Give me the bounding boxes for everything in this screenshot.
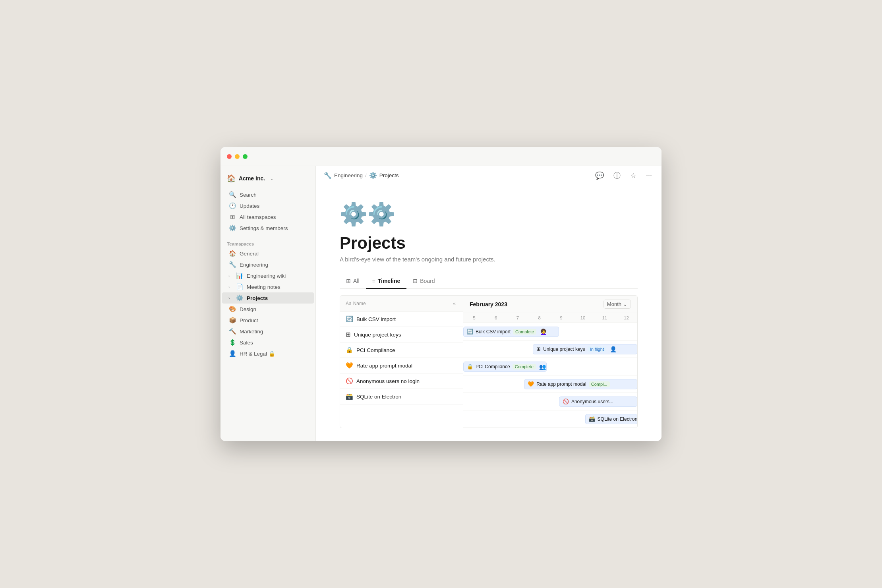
- sidebar-item-projects[interactable]: › ⚙️ Projects: [222, 292, 314, 304]
- timeline-month-year: February 2023: [470, 301, 507, 308]
- gear-icon: ⚙️: [228, 224, 236, 232]
- hammer-icon: 🔨: [228, 328, 236, 335]
- sidebar-item-label: Product: [240, 317, 258, 323]
- breadcrumb-separator: /: [365, 172, 367, 178]
- favorite-button[interactable]: ☆: [629, 170, 638, 182]
- titlebar: [220, 147, 662, 166]
- more-button[interactable]: ···: [644, 170, 654, 181]
- app-window: 🏠 Acme Inc. ⌄ 🔍 Search 🕐 Updates ⊞ All t…: [220, 147, 662, 441]
- chevron-right-icon: ›: [228, 285, 234, 289]
- sidebar-item-general[interactable]: 🏠 General: [222, 248, 314, 259]
- name-column-label: Name: [353, 301, 366, 306]
- sidebar-item-label: Engineering wiki: [247, 273, 286, 279]
- timeline-dates: 5 6 7 8 9 10 11 12: [463, 313, 637, 323]
- sidebar-item-design[interactable]: 🎨 Design: [222, 304, 314, 315]
- table-row[interactable]: 🗃️ SQLite on Electron: [340, 389, 463, 404]
- workspace-name: Acme Inc.: [239, 175, 265, 182]
- tab-board[interactable]: ⊟ Board: [406, 274, 441, 289]
- bar-label: Bulk CSV import: [476, 329, 511, 335]
- page-emoji: ⚙️⚙️: [340, 201, 638, 227]
- sidebar-item-eng-wiki[interactable]: › 📊 Engineering wiki: [222, 270, 314, 281]
- row-label: PCI Compliance: [356, 347, 395, 353]
- sidebar-item-hr-legal[interactable]: 👤 HR & Legal 🔒: [222, 348, 314, 359]
- sidebar-item-settings[interactable]: ⚙️ Settings & members: [222, 222, 314, 234]
- grid-icon: ⊞: [228, 213, 236, 220]
- table-icon: 📊: [236, 272, 244, 279]
- bar-label: Rate app prompt modal: [536, 381, 586, 387]
- bar-label: SQLite on Electron: [598, 416, 637, 422]
- table-row[interactable]: ⊞ Unique project keys: [340, 327, 463, 342]
- month-selector[interactable]: Month ⌄: [603, 300, 631, 309]
- bar-icon: ⊞: [536, 346, 541, 352]
- timeline-row[interactable]: 🗃️SQLite on ElectronPl...: [463, 410, 637, 428]
- sidebar-item-product[interactable]: 📦 Product: [222, 315, 314, 326]
- maximize-button[interactable]: [243, 154, 248, 159]
- close-button[interactable]: [227, 154, 232, 159]
- table-row[interactable]: 🔄 Bulk CSV import: [340, 311, 463, 327]
- sidebar-item-search[interactable]: 🔍 Search: [222, 189, 314, 200]
- sidebar-item-sales[interactable]: 💲 Sales: [222, 337, 314, 348]
- info-button[interactable]: ⓘ: [612, 169, 622, 182]
- month-label: Month: [607, 301, 621, 307]
- content-area: ⚙️⚙️ Projects A bird's-eye view of the t…: [316, 185, 662, 441]
- row-icon: 🔒: [346, 346, 353, 354]
- breadcrumb-current: Projects: [379, 172, 399, 178]
- breadcrumb-section[interactable]: Engineering: [334, 172, 363, 178]
- home-icon: 🏠: [228, 250, 236, 257]
- table-row[interactable]: 🚫 Anonymous users no login: [340, 373, 463, 389]
- timeline-bar[interactable]: 🔒PCI ComplianceComplete👥: [463, 362, 547, 372]
- sidebar-item-updates[interactable]: 🕐 Updates: [222, 200, 314, 211]
- sidebar-item-meeting-notes[interactable]: › 📄 Meeting notes: [222, 281, 314, 292]
- table-row[interactable]: 🔒 PCI Compliance: [340, 342, 463, 358]
- workspace-icon: 🏠: [227, 174, 236, 183]
- tab-all[interactable]: ⊞ All: [340, 274, 366, 289]
- row-label: Anonymous users no login: [356, 378, 420, 384]
- sidebar-item-marketing[interactable]: 🔨 Marketing: [222, 326, 314, 337]
- chevron-right-icon: ›: [228, 296, 234, 300]
- sidebar-item-label: Marketing: [240, 329, 263, 335]
- timeline-row[interactable]: 🔒PCI ComplianceComplete👥: [463, 358, 637, 375]
- database-rows: 🔄 Bulk CSV import ⊞ Unique project keys …: [340, 311, 463, 428]
- workspace-chevron-icon: ⌄: [270, 176, 274, 181]
- row-icon: ⊞: [346, 331, 351, 338]
- row-label: Bulk CSV import: [356, 316, 396, 322]
- teamspaces-section-label: Teamspaces: [220, 237, 315, 248]
- bar-label: PCI Compliance: [476, 364, 510, 369]
- row-icon: 🔄: [346, 315, 353, 323]
- breadcrumb-current-icon: ⚙️: [369, 172, 377, 179]
- sidebar-item-label: Settings & members: [240, 225, 288, 231]
- date-cell: 5: [463, 315, 485, 320]
- sidebar-nav: 🔍 Search 🕐 Updates ⊞ All teamspaces ⚙️ S…: [220, 186, 315, 237]
- month-chevron-icon: ⌄: [623, 301, 627, 307]
- row-icon: 🚫: [346, 377, 353, 385]
- timeline-row[interactable]: ⊞Unique project keysIn flight👤: [463, 340, 637, 358]
- timeline-row[interactable]: 🔄Bulk CSV importComplete👩‍🦱: [463, 323, 637, 340]
- sidebar-item-label: Design: [240, 306, 256, 312]
- breadcrumb-section-icon: 🔧: [324, 172, 332, 179]
- timeline-bar[interactable]: ⊞Unique project keysIn flight👤: [533, 344, 637, 354]
- topbar-actions: 💬 ⓘ ☆ ···: [594, 169, 654, 182]
- timeline-bar[interactable]: 🚫Anonymous users...: [559, 397, 637, 407]
- bar-icon: 🔄: [467, 329, 473, 335]
- timeline-bar[interactable]: 🧡Rate app prompt modalCompl...: [524, 379, 637, 389]
- person-icon: 👤: [228, 350, 236, 357]
- timeline-bar[interactable]: 🗃️SQLite on ElectronPl...: [585, 414, 637, 424]
- table-row[interactable]: 🧡 Rate app prompt modal: [340, 358, 463, 373]
- row-icon: 🧡: [346, 362, 353, 369]
- database-container: Aa Name « 🔄 Bulk CSV import ⊞: [340, 295, 638, 428]
- sidebar: 🏠 Acme Inc. ⌄ 🔍 Search 🕐 Updates ⊞ All t…: [220, 166, 316, 441]
- minimize-button[interactable]: [235, 154, 240, 159]
- comment-button[interactable]: 💬: [594, 170, 605, 182]
- timeline-row[interactable]: 🧡Rate app prompt modalCompl...: [463, 375, 637, 393]
- collapse-button[interactable]: «: [451, 300, 457, 307]
- workspace-selector[interactable]: 🏠 Acme Inc. ⌄: [220, 171, 315, 186]
- page-title: Projects: [340, 234, 638, 253]
- main-content: 🔧 Engineering / ⚙️ Projects 💬 ⓘ ☆ ··· ⚙️…: [316, 166, 662, 441]
- tab-timeline[interactable]: ≡ Timeline: [366, 274, 407, 289]
- board-icon: ⊟: [413, 278, 418, 284]
- timeline-row[interactable]: 🚫Anonymous users...: [463, 393, 637, 410]
- sidebar-item-label: Sales: [240, 340, 253, 346]
- timeline-bar[interactable]: 🔄Bulk CSV importComplete👩‍🦱: [463, 327, 559, 337]
- sidebar-item-teamspaces[interactable]: ⊞ All teamspaces: [222, 211, 314, 222]
- sidebar-item-engineering[interactable]: 🔧 Engineering: [222, 259, 314, 270]
